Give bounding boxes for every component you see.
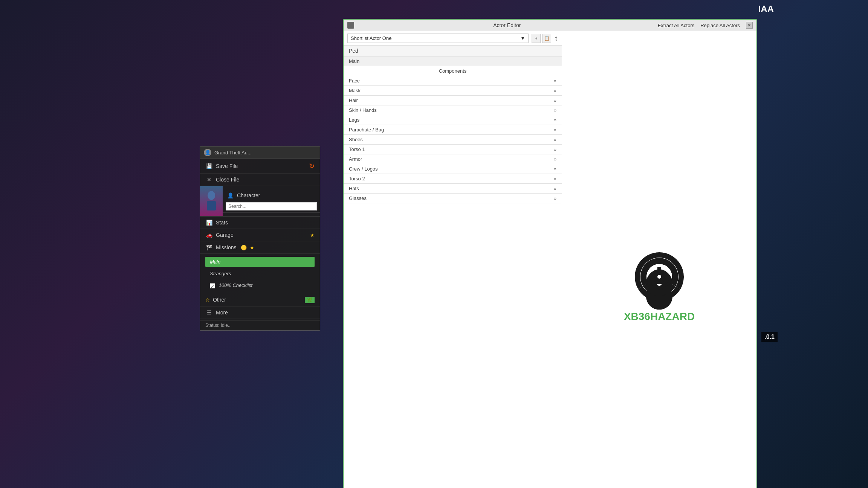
subsection-header-0[interactable]: Face » <box>344 76 562 85</box>
subsection-label-10: Torso 2 <box>349 176 365 181</box>
subsection-arrow-6: » <box>554 137 556 142</box>
subsection-label-11: Hats <box>349 186 359 191</box>
shortlist-dropdown[interactable]: Shortlist Actor One ▼ <box>347 34 529 43</box>
subsection-arrow-9: » <box>554 166 556 172</box>
titlebar-icon <box>347 22 354 29</box>
clothing-item-hair: Hair » <box>344 96 562 105</box>
subsection-header-8[interactable]: Armor » <box>344 154 562 164</box>
clothing-item-torso-1: Torso 1 » <box>344 145 562 154</box>
subsection-header-2[interactable]: Hair » <box>344 96 562 105</box>
missions-icon: 🏁 <box>205 244 213 250</box>
left-panel-header: 👤 Grand Theft Au... <box>200 146 320 159</box>
close-file-item[interactable]: ✕ Close File <box>200 174 320 186</box>
more-label: More <box>216 310 228 316</box>
subsection-label-9: Crew / Logos <box>349 166 378 172</box>
character-icon: 👤 <box>226 192 234 198</box>
main-submenu-btn[interactable]: Main <box>205 257 315 267</box>
shortlist-copy-btn[interactable]: 📋 <box>542 34 551 43</box>
character-menu-item[interactable]: 👤 Character <box>223 190 320 201</box>
cursor-indicator: ↕ <box>554 34 558 42</box>
svg-line-9 <box>651 279 656 282</box>
status-bar: Status: Idle... <box>200 320 320 330</box>
missions-star-1: 🟡 <box>241 245 247 250</box>
subsection-label-3: Skin / Hands <box>349 107 377 113</box>
status-text: Status: Idle... <box>205 323 232 328</box>
components-header: Components <box>344 66 562 76</box>
subsection-arrow-4: » <box>554 117 556 123</box>
subsection-header-5[interactable]: Parachute / Bag » <box>344 125 562 134</box>
subsection-header-7[interactable]: Torso 1 » <box>344 145 562 154</box>
clothing-item-parachute---bag: Parachute / Bag » <box>344 125 562 135</box>
clothing-item-shoes: Shoes » <box>344 135 562 145</box>
clothing-item-face: Face » <box>344 76 562 86</box>
save-file-label: Save File <box>216 163 238 169</box>
actor-editor-left-panel: Shortlist Actor One ▼ + 📋 ↕ Ped <box>344 31 562 488</box>
actor-editor-title: Actor Editor <box>356 22 658 28</box>
logo-text: XB36HAZARD <box>624 311 695 323</box>
shortlist-row: Shortlist Actor One ▼ + 📋 ↕ <box>344 31 562 46</box>
svg-rect-1 <box>207 201 216 210</box>
subsection-arrow-11: » <box>554 186 556 191</box>
garage-icon: 🚗 <box>205 232 213 238</box>
save-icon: 💾 <box>205 163 213 169</box>
garage-menu-item[interactable]: 🚗 Garage ★ <box>200 229 320 241</box>
subsection-label-2: Hair <box>349 98 358 103</box>
more-icon: ☰ <box>205 310 213 316</box>
stats-menu-item[interactable]: 📊 Stats <box>200 217 320 229</box>
clothing-item-armor: Armor » <box>344 154 562 164</box>
strangers-submenu-btn[interactable]: Strangers <box>205 268 315 279</box>
subsection-label-4: Legs <box>349 117 359 123</box>
clothing-item-legs: Legs » <box>344 115 562 125</box>
biohazard-logo <box>622 239 697 314</box>
subsection-label-8: Armor <box>349 156 362 162</box>
subsection-header-6[interactable]: Shoes » <box>344 135 562 144</box>
clothing-item-torso-2: Torso 2 » <box>344 174 562 184</box>
subsection-label-12: Glasses <box>349 195 367 201</box>
stats-icon: 📊 <box>205 220 213 226</box>
checklist-submenu-btn[interactable]: 100% Checklist <box>205 280 315 291</box>
character-row: 👤 Character <box>200 186 320 217</box>
shortlist-add-btn[interactable]: + <box>532 34 541 43</box>
reload-icon: ↻ <box>309 162 315 170</box>
shortlist-icons: + 📋 <box>532 34 551 43</box>
search-area <box>223 201 320 212</box>
clothing-item-skin---hands: Skin / Hands » <box>344 105 562 115</box>
svg-point-6 <box>657 275 661 279</box>
subsection-header-12[interactable]: Glasses » <box>344 194 562 203</box>
subsection-arrow-8: » <box>554 157 556 162</box>
replace-all-actors-btn[interactable]: Replace All Actors <box>700 23 740 28</box>
more-menu-item[interactable]: ☰ More <box>200 307 320 319</box>
save-file-item[interactable]: 💾 Save File ↻ <box>200 159 320 174</box>
missions-menu-item[interactable]: 🏁 Missions 🟡 ★ <box>200 241 320 254</box>
subsection-header-9[interactable]: Crew / Logos » <box>344 164 562 174</box>
titlebar-left <box>347 22 356 29</box>
subsection-arrow-3: » <box>554 108 556 113</box>
actor-editor-close-btn[interactable]: ✕ <box>746 22 753 29</box>
actor-editor-titlebar: Actor Editor Extract All Actors Replace … <box>344 20 756 31</box>
subsection-label-7: Torso 1 <box>349 146 365 152</box>
missions-label: Missions <box>216 244 236 250</box>
subsection-arrow-12: » <box>554 196 556 201</box>
extract-all-actors-btn[interactable]: Extract All Actors <box>658 23 695 28</box>
subsection-header-10[interactable]: Torso 2 » <box>344 174 562 183</box>
search-input[interactable] <box>226 202 317 210</box>
subsection-arrow-10: » <box>554 176 556 181</box>
character-label: Character <box>237 192 260 198</box>
subsection-header-3[interactable]: Skin / Hands » <box>344 105 562 115</box>
subsection-header-1[interactable]: Mask » <box>344 86 562 95</box>
subsection-header-11[interactable]: Hats » <box>344 184 562 193</box>
iaa-text: IAA <box>758 4 774 14</box>
other-badge: 🌿 <box>305 297 315 303</box>
clothing-items-list: Face » Mask » Hair » Skin / Hands » Legs… <box>344 76 562 203</box>
subsection-arrow-1: » <box>554 88 556 93</box>
ped-label: Ped <box>349 48 358 54</box>
copy-icon: 📋 <box>544 36 550 41</box>
shortlist-arrow: ▼ <box>520 35 525 41</box>
version-badge: .0.1 <box>761 332 778 342</box>
subsection-label-0: Face <box>349 78 360 84</box>
subsection-header-4[interactable]: Legs » <box>344 115 562 125</box>
other-menu-item[interactable]: ☆ Other 🌿 <box>200 294 320 307</box>
logo-area: XB36HAZARD <box>614 31 704 488</box>
person-icon: 👤 <box>204 149 211 156</box>
subsection-arrow-7: » <box>554 147 556 152</box>
